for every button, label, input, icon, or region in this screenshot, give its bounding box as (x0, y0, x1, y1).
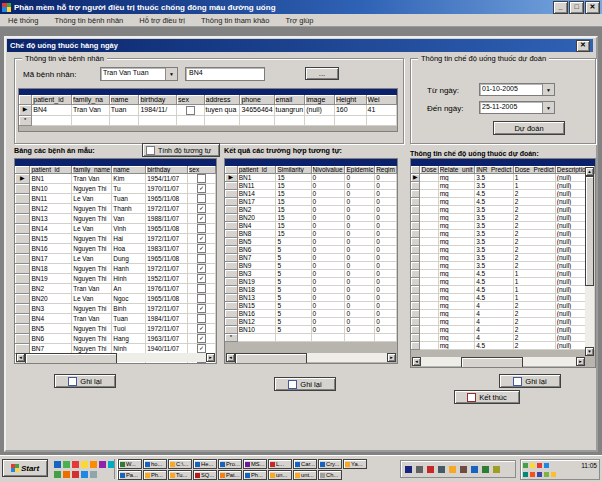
samples-hscrollbar[interactable]: ◄ ► (16, 353, 215, 362)
grid-cell[interactable]: Tuoi (112, 364, 146, 365)
menu-item-0[interactable]: Hệ thống (0, 16, 46, 25)
row-header[interactable] (15, 204, 30, 214)
row-header[interactable]: ▶ (19, 105, 32, 116)
row-header[interactable] (15, 294, 30, 304)
chevron-down-icon[interactable]: ▼ (542, 84, 554, 95)
grid-cell[interactable] (188, 194, 216, 204)
grid-cell[interactable]: BN1 (237, 174, 276, 182)
grid-cell[interactable] (420, 198, 438, 206)
grid-cell[interactable]: BN19 (237, 278, 276, 286)
scroll-down-icon[interactable]: ▼ (585, 347, 594, 356)
grid-cell[interactable]: mg (438, 230, 475, 238)
grid-cell[interactable] (276, 334, 311, 342)
grid-cell[interactable]: BN1 (30, 174, 72, 184)
column-header[interactable]: Nivolvalue (311, 166, 345, 174)
grid-cell[interactable] (345, 334, 375, 342)
save-regimen-button[interactable]: Ghi lại (499, 374, 561, 388)
grid-cell[interactable] (366, 115, 396, 125)
grid-cell[interactable] (420, 214, 438, 222)
row-header[interactable] (225, 166, 237, 174)
grid-cell[interactable]: 1954/11/07 (146, 174, 188, 184)
grid-cell[interactable]: 0 (345, 254, 375, 262)
task-button-8[interactable]: Cry... (318, 459, 342, 469)
row-header[interactable] (225, 254, 237, 262)
row-header[interactable] (225, 222, 237, 230)
grid-cell[interactable]: Van (112, 214, 146, 224)
grid-cell[interactable]: 0 (345, 222, 375, 230)
grid-cell[interactable]: 3.5 (475, 174, 514, 182)
row-checkbox[interactable] (197, 224, 206, 233)
grid-cell[interactable]: 4.5 (475, 270, 514, 278)
grid-cell[interactable]: Le Van (72, 224, 112, 234)
grid-cell[interactable]: Tuan (109, 105, 139, 116)
row-header[interactable] (225, 182, 237, 190)
scroll-thumb[interactable] (25, 353, 117, 364)
grid-cell[interactable]: Dung (112, 254, 146, 264)
start-button[interactable]: Start (2, 459, 48, 477)
grid-cell[interactable]: BN11 (30, 194, 72, 204)
grid-cell[interactable]: BN18 (30, 264, 72, 274)
grid-cell[interactable]: Nguyen Thi (72, 274, 112, 284)
grid-cell[interactable]: Hai (112, 234, 146, 244)
grid-cell[interactable]: ✓ (188, 264, 216, 274)
similarity-checkbox[interactable] (146, 146, 155, 155)
grid-cell[interactable]: 0 (345, 214, 375, 222)
grid-cell[interactable] (420, 334, 438, 342)
task-button-4[interactable]: Pat... (218, 470, 242, 480)
grid-cell[interactable]: ✓ (188, 274, 216, 284)
grid-cell[interactable]: Tran Van (72, 314, 112, 324)
row-checkbox[interactable]: ✓ (197, 234, 206, 243)
grid-cell[interactable]: 5 (276, 238, 311, 246)
column-header[interactable]: patient_id (237, 166, 276, 174)
grid-cell[interactable]: 1 (513, 278, 555, 286)
grid-cell[interactable]: 0 (375, 230, 397, 238)
tray-icon-3[interactable] (544, 472, 549, 477)
grid-cell[interactable]: Tran Van (72, 284, 112, 294)
grid-cell[interactable]: Nguyen Thi (72, 244, 112, 254)
row-header[interactable] (15, 284, 30, 294)
grid-cell[interactable]: Hoa (112, 244, 146, 254)
scroll-left-icon[interactable]: ◄ (412, 357, 421, 366)
band-icon-0[interactable] (405, 466, 412, 473)
grid-cell[interactable]: 0 (345, 238, 375, 246)
row-header[interactable] (225, 206, 237, 214)
row-header[interactable]: * (19, 115, 32, 125)
grid-cell[interactable]: mg (438, 246, 475, 254)
grid-cell[interactable]: 1976/11/07 (146, 284, 188, 294)
row-checkbox[interactable]: ✓ (197, 274, 206, 283)
grid-cell[interactable]: 3.5 (475, 230, 514, 238)
grid-cell[interactable] (188, 174, 216, 184)
scroll-right-icon[interactable]: ► (576, 357, 585, 366)
to-date-picker[interactable]: 25-11-2005 ▼ (479, 101, 555, 114)
grid-cell[interactable] (188, 284, 216, 294)
grid-cell[interactable]: Nguyen Thi (72, 184, 112, 194)
grid-cell[interactable]: BN10 (30, 184, 72, 194)
similar-hscrollbar[interactable]: ◄ ► (226, 353, 396, 362)
quicklaunch-icon-1[interactable] (63, 461, 70, 468)
grid-cell[interactable]: 4 (475, 310, 514, 318)
grid-cell[interactable]: ✓ (188, 304, 216, 314)
row-header[interactable]: ▶ (225, 174, 237, 182)
grid-cell[interactable]: mg (438, 198, 475, 206)
band-icon-6[interactable] (471, 466, 478, 473)
row-checkbox[interactable] (197, 254, 206, 263)
scroll-thumb[interactable] (585, 176, 594, 286)
row-header[interactable] (15, 304, 30, 314)
grid-cell[interactable]: BN14 (30, 224, 72, 234)
grid-cell[interactable] (420, 246, 438, 254)
grid-cell[interactable]: ✓ (188, 344, 216, 354)
menu-item-1[interactable]: Thông tin bệnh nhân (46, 16, 131, 25)
grid-cell[interactable]: BN19 (30, 274, 72, 284)
task-button-2[interactable]: C:\... (168, 459, 192, 469)
grid-cell[interactable]: 160 (334, 105, 366, 116)
column-header[interactable]: image (305, 95, 335, 105)
grid-cell[interactable]: BN3 (237, 270, 276, 278)
grid-cell[interactable]: 2 (513, 190, 555, 198)
grid-cell[interactable]: Ngoc (112, 294, 146, 304)
grid-cell[interactable]: 0 (345, 310, 375, 318)
grid-cell[interactable]: Hang (112, 334, 146, 344)
grid-cell[interactable]: 0 (375, 190, 397, 198)
grid-cell[interactable]: 2 (513, 342, 555, 350)
grid-cell[interactable]: Tuoi (112, 324, 146, 334)
grid-cell[interactable]: mg (438, 270, 475, 278)
